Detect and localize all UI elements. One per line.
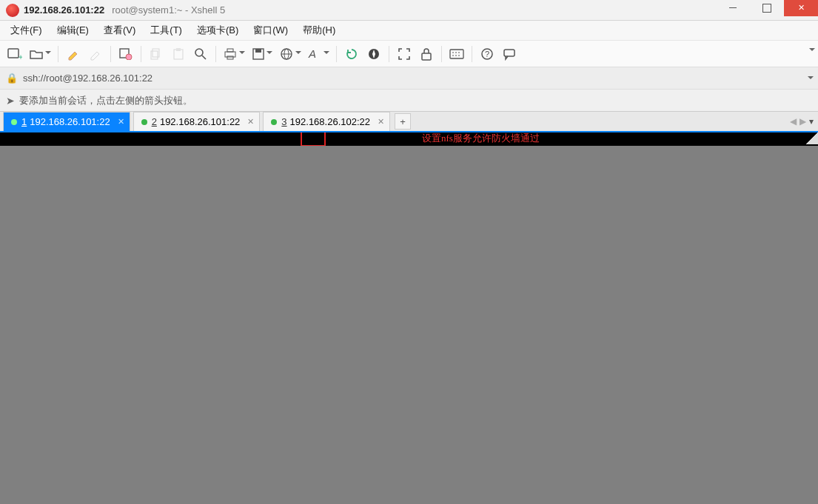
hint-bar: ➤ 要添加当前会话，点击左侧的箭头按钮。	[0, 90, 818, 112]
copy-icon[interactable]	[146, 44, 167, 64]
tab-label: 192.168.26.102:22	[290, 116, 370, 127]
svg-text:A: A	[308, 48, 316, 60]
toolbar-overflow-icon[interactable]	[809, 48, 815, 54]
tab-close-icon[interactable]: ✕	[247, 117, 254, 127]
terminal-line: [root@system1 ~]# firewall-cmd --add-ser…	[17, 144, 317, 146]
add-tab-button[interactable]: +	[395, 113, 411, 130]
pencil-icon[interactable]	[85, 44, 106, 64]
tab-close-icon[interactable]: ✕	[378, 117, 384, 127]
minimize-button[interactable]	[716, 0, 750, 16]
address-dropdown-icon[interactable]	[808, 76, 814, 82]
paste-icon[interactable]	[168, 44, 189, 64]
arrow-right-icon[interactable]: ➤	[6, 95, 15, 107]
separator	[441, 46, 442, 62]
title-bar: 192.168.26.101:22 root@system1:~ - Xshel…	[0, 0, 818, 21]
address-bar[interactable]: 🔒 ssh://root@192.168.26.101:22	[0, 67, 818, 90]
svg-rect-11	[227, 49, 233, 52]
session-tab-2[interactable]: 2 192.168.26.101:22 ✕	[133, 112, 261, 131]
svg-text:?: ?	[485, 50, 489, 58]
refresh-icon[interactable]	[341, 44, 362, 64]
tab-label: 192.168.26.101:22	[30, 116, 110, 127]
menu-tools[interactable]: 工具(T)	[144, 21, 188, 40]
title-sub: root@system1:~ - Xshell 5	[112, 4, 225, 16]
hint-text: 要添加当前会话，点击左侧的箭头按钮。	[19, 94, 192, 107]
session-tab-1[interactable]: 1 192.168.26.101:22 ✕	[3, 112, 130, 131]
tab-nav-arrows: ◀ ▶ ▾	[790, 116, 814, 127]
lock-icon[interactable]	[416, 44, 437, 64]
svg-rect-21	[450, 50, 463, 58]
compass-icon[interactable]	[363, 44, 384, 64]
separator	[389, 46, 389, 62]
chat-icon[interactable]	[499, 44, 520, 64]
address-text: ssh://root@192.168.26.101:22	[23, 73, 152, 84]
resize-grip-icon	[806, 132, 818, 144]
tab-prev-icon[interactable]: ◀	[790, 116, 797, 127]
separator	[215, 46, 216, 62]
terminal-annotation: 设置nfs服务允许防火墙通过	[422, 132, 540, 145]
status-dot-icon	[11, 119, 17, 125]
tab-row: 1 192.168.26.101:22 ✕ 2 192.168.26.101:2…	[0, 112, 818, 132]
terminal-area[interactable]: [root@system1 ~]# firewall-cmd --add-ser…	[0, 132, 818, 146]
svg-rect-14	[255, 49, 261, 53]
keyboard-icon[interactable]	[446, 44, 467, 64]
svg-rect-5	[151, 51, 158, 59]
svg-rect-4	[152, 49, 159, 57]
save-icon[interactable]	[249, 44, 275, 64]
open-session-icon[interactable]	[27, 44, 53, 64]
svg-rect-7	[176, 48, 181, 51]
lock-small-icon: 🔒	[6, 73, 18, 84]
menu-view[interactable]: 查看(V)	[98, 21, 141, 40]
empty-area	[0, 146, 818, 495]
separator	[58, 46, 58, 62]
help-icon[interactable]: ?	[477, 44, 497, 64]
fullscreen-icon[interactable]	[394, 44, 415, 64]
menu-window[interactable]: 窗口(W)	[247, 21, 294, 40]
toolbar: ＋ A ?	[0, 41, 818, 67]
session-tab-3[interactable]: 3 192.168.26.102:22 ✕	[263, 112, 390, 131]
menu-bar: 文件(F) 编辑(E) 查看(V) 工具(T) 选项卡(B) 窗口(W) 帮助(…	[0, 21, 818, 41]
separator	[141, 46, 141, 62]
sessions-gear-icon[interactable]	[115, 44, 136, 64]
new-session-icon[interactable]: ＋	[4, 44, 25, 64]
separator	[110, 46, 111, 62]
app-icon	[6, 4, 19, 17]
svg-point-8	[195, 49, 203, 56]
globe-icon[interactable]	[277, 44, 304, 64]
title-host: 192.168.26.101:22	[24, 4, 104, 16]
font-icon[interactable]: A	[305, 44, 332, 64]
menu-help[interactable]: 帮助(H)	[297, 21, 341, 40]
tab-label: 192.168.26.101:22	[160, 116, 240, 127]
close-button[interactable]	[784, 0, 818, 16]
svg-text:＋: ＋	[17, 53, 22, 60]
tab-number: 1	[21, 116, 27, 127]
status-dot-icon	[271, 119, 277, 125]
menu-edit[interactable]: 编辑(E)	[51, 21, 95, 40]
tab-number: 2	[152, 116, 157, 127]
tab-close-icon[interactable]: ✕	[118, 117, 124, 127]
separator	[472, 46, 472, 62]
svg-rect-20	[422, 53, 431, 60]
svg-rect-26	[504, 50, 514, 56]
tab-next-icon[interactable]: ▶	[799, 116, 806, 127]
menu-file[interactable]: 文件(F)	[4, 21, 48, 40]
tab-number: 3	[281, 116, 286, 127]
svg-line-9	[202, 56, 206, 59]
svg-point-3	[126, 54, 132, 60]
tab-list-icon[interactable]: ▾	[809, 116, 814, 127]
separator	[336, 46, 337, 62]
highlight-icon[interactable]	[63, 44, 84, 64]
printer-icon[interactable]	[221, 44, 247, 64]
status-dot-icon	[141, 119, 147, 125]
search-icon[interactable]	[190, 44, 211, 64]
maximize-button[interactable]	[750, 0, 784, 16]
menu-tabs[interactable]: 选项卡(B)	[191, 21, 244, 40]
